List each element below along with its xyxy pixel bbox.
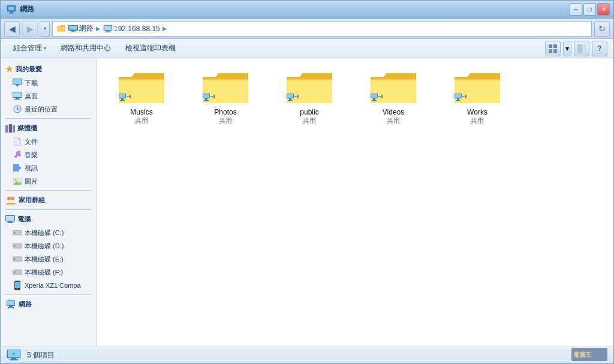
drive-c-icon [13,228,22,237]
network-section: 網路 [1,297,96,311]
path-folder-icon [56,24,66,34]
path-network[interactable]: 網路 [68,23,94,34]
svg-rect-16 [577,44,582,53]
svg-rect-74 [289,98,291,100]
sidebar: ★ 我的最愛 下載 [1,58,97,347]
svg-rect-81 [372,100,377,101]
sidebar-drive-d[interactable]: 本機磁碟 (D:) [1,239,96,252]
svg-rect-19 [13,79,22,84]
content-area: ★ 我的最愛 下載 [1,58,613,347]
sidebar-item-music[interactable]: 音樂 [1,148,96,161]
svg-rect-92 [11,358,16,359]
sidebar-xperia[interactable]: Xperia XZ1 Compa [1,279,96,292]
file-item-works[interactable]: Works 共用 [438,64,516,130]
preview-button[interactable] [574,41,589,56]
svg-marker-20 [16,85,19,87]
svg-rect-15 [553,49,557,53]
file-item-videos[interactable]: Videos 共用 [354,64,432,130]
libraries-icon [5,124,15,133]
sidebar-item-pictures[interactable]: 圖片 [1,175,96,188]
svg-rect-79 [371,94,377,98]
libraries-header: 媒體櫃 [1,121,96,135]
sidebar-drive-e[interactable]: 本機磁碟 (E:) [1,252,96,266]
svg-rect-39 [6,216,14,221]
svg-rect-77 [297,95,299,98]
music-icon [13,150,22,160]
svg-rect-75 [288,100,293,101]
svg-point-49 [14,272,16,273]
path-host[interactable]: 192.168.88.15 [103,25,160,33]
svg-point-34 [14,179,17,181]
svg-rect-51 [15,282,20,288]
svg-point-57 [8,307,9,308]
svg-rect-23 [16,98,19,99]
musics-folder-icon [118,68,165,107]
organize-button[interactable]: 組合管理 ▾ [7,41,53,56]
svg-rect-12 [549,44,552,48]
picture-icon [13,176,22,186]
document-icon [13,137,22,146]
public-file-info: public 共用 [300,108,318,125]
file-item-musics[interactable]: Musics 共用 [103,64,180,130]
file-item-public[interactable]: public 共用 [270,64,348,130]
svg-rect-67 [203,94,209,98]
svg-rect-85 [455,94,461,98]
drive-e-icon [13,254,22,264]
sidebar-drive-c[interactable]: 本機磁碟 (C:) [1,226,96,239]
preview-icon [577,44,586,53]
watermark-area: 電腦王 [571,348,607,363]
back-button[interactable]: ◀ [4,21,20,37]
minimize-button[interactable]: ─ [570,3,582,16]
network-header: 網路 [1,297,96,311]
musics-type: 共用 [130,116,152,125]
toolbar: 組合管理 ▾ 網路和共用中心 檢視這端印表機 ▾ [1,39,613,58]
svg-rect-65 [130,95,131,98]
svg-rect-26 [5,125,8,133]
refresh-button[interactable]: ↻ [594,21,610,37]
status-bar: 5 個項目 電腦王 [1,347,613,363]
works-file-info: Works 共用 [467,108,487,125]
address-path[interactable]: 網路 ▶ 192.168.88.15 ▶ [52,21,592,37]
svg-rect-54 [7,301,14,305]
svg-text:電腦王: 電腦王 [573,351,592,358]
svg-rect-11 [105,31,111,32]
printer-button[interactable]: 檢視這端印表機 [119,41,182,56]
view-dropdown-button[interactable]: ▾ [563,41,571,56]
svg-rect-24 [14,99,20,100]
nav-dropdown-button[interactable]: ▾ [40,21,50,37]
works-folder-icon [453,68,501,107]
sidebar-item-desktop[interactable]: 桌面 [1,89,96,103]
computer-header: 電腦 [1,212,96,226]
video-sidebar-icon [13,163,22,173]
phone-icon [13,281,22,290]
svg-point-47 [14,258,16,260]
sidebar-drive-f[interactable]: 本機磁碟 (F:) [1,266,96,279]
sidebar-item-video[interactable]: 視訊 [1,161,96,175]
libraries-section: 媒體櫃 文件 [1,121,96,188]
restore-button[interactable]: □ [583,3,596,16]
sidebar-item-download[interactable]: 下載 [1,76,96,89]
recent-icon [13,104,22,114]
forward-button[interactable]: ▶ [22,21,38,37]
file-area: Musics 共用 [97,58,613,347]
svg-rect-10 [106,31,110,32]
window-icon [7,5,16,14]
path-separator-2: ▶ [162,25,167,32]
close-button[interactable]: ✕ [597,3,610,16]
file-item-photos[interactable]: Photos 共用 [186,64,264,130]
svg-rect-93 [10,359,18,360]
desktop-icon [13,91,22,101]
title-bar-left: 網路 [7,4,34,14]
help-button[interactable]: ? [592,41,607,56]
photos-file-info: Photos 共用 [214,108,236,125]
sidebar-item-recent[interactable]: 最近的位置 [1,103,96,116]
drive-d-icon [13,241,22,251]
favorites-star-icon: ★ [5,64,13,74]
view-button[interactable] [545,41,561,56]
svg-rect-31 [13,164,19,172]
computer-path-icon [103,25,113,33]
sidebar-item-documents[interactable]: 文件 [1,135,96,148]
drive-f-icon [13,267,22,277]
svg-rect-6 [72,31,75,32]
network-center-button[interactable]: 網路和共用中心 [54,41,118,56]
